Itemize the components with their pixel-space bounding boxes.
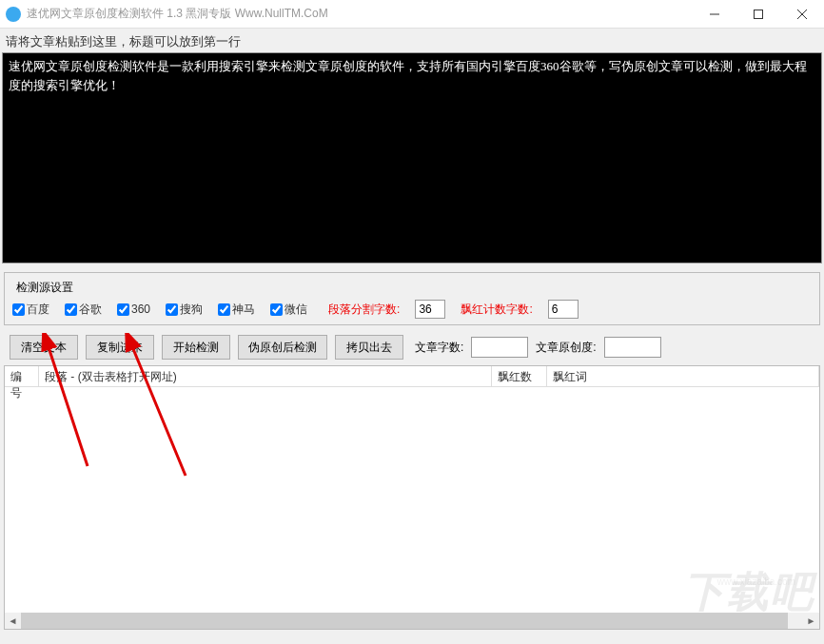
pseudo-detect-button[interactable]: 伪原创后检测: [238, 335, 327, 360]
table-header: 编号 段落 - (双击表格打开网址) 飘红数 飘红词: [5, 366, 819, 387]
clear-button[interactable]: 清空文本: [10, 335, 78, 360]
red-count-input[interactable]: [548, 300, 579, 319]
start-detect-button[interactable]: 开始检测: [162, 335, 230, 360]
titlebar: 速优网文章原创度检测软件 1.3 黑洞专版 Www.NullTM.CoM: [0, 0, 824, 29]
window-controls: [693, 0, 824, 29]
table-body: [5, 387, 819, 613]
maximize-button[interactable]: [736, 0, 780, 29]
svg-rect-1: [755, 10, 763, 18]
copy-out-button[interactable]: 拷贝出去: [335, 335, 403, 360]
main-panel: 请将文章粘贴到这里，标题可以放到第一行 检测源设置 百度 谷歌 360 搜狗 神…: [0, 29, 824, 644]
checkbox-shenma[interactable]: 神马: [218, 302, 255, 318]
word-count-input[interactable]: [471, 337, 528, 358]
results-table: 编号 段落 - (双击表格打开网址) 飘红数 飘红词 ◄ ►: [4, 365, 820, 630]
instruction-label: 请将文章粘贴到这里，标题可以放到第一行: [2, 30, 822, 52]
horizontal-scrollbar[interactable]: ◄ ►: [5, 613, 819, 629]
scroll-left-arrow[interactable]: ◄: [5, 613, 21, 629]
col-red-count[interactable]: 飘红数: [492, 366, 547, 386]
col-red-words[interactable]: 飘红词: [547, 366, 819, 386]
action-bar: 清空文本 复制进来 开始检测 伪原创后检测 拷贝出去 文章字数: 文章原创度:: [2, 329, 822, 365]
checkbox-360[interactable]: 360: [117, 302, 150, 316]
red-count-label: 飘红计数字数:: [461, 302, 532, 318]
checkbox-baidu[interactable]: 百度: [12, 302, 49, 318]
originality-input[interactable]: [604, 337, 661, 358]
checkbox-google[interactable]: 谷歌: [65, 302, 102, 318]
checkbox-wechat[interactable]: 微信: [270, 302, 307, 318]
originality-label: 文章原创度:: [536, 340, 596, 356]
scroll-track[interactable]: [21, 613, 803, 629]
app-icon: [6, 7, 21, 22]
source-settings-fieldset: 检测源设置 百度 谷歌 360 搜狗 神马 微信 段落分割字数: 飘红计数字数:: [4, 272, 820, 325]
fieldset-legend: 检测源设置: [12, 280, 77, 296]
minimize-button[interactable]: [693, 0, 736, 29]
close-button[interactable]: [780, 0, 824, 29]
scroll-right-arrow[interactable]: ►: [803, 613, 819, 629]
article-textarea[interactable]: [2, 52, 822, 263]
col-segment[interactable]: 段落 - (双击表格打开网址): [39, 366, 492, 386]
checkbox-sogou[interactable]: 搜狗: [166, 302, 203, 318]
segment-split-label: 段落分割字数:: [328, 302, 400, 318]
paste-button[interactable]: 复制进来: [86, 335, 154, 360]
segment-split-input[interactable]: [415, 300, 445, 319]
word-count-label: 文章字数:: [415, 340, 463, 356]
window-title: 速优网文章原创度检测软件 1.3 黑洞专版 Www.NullTM.CoM: [27, 6, 328, 22]
col-id[interactable]: 编号: [5, 366, 39, 386]
scroll-thumb[interactable]: [21, 613, 788, 629]
